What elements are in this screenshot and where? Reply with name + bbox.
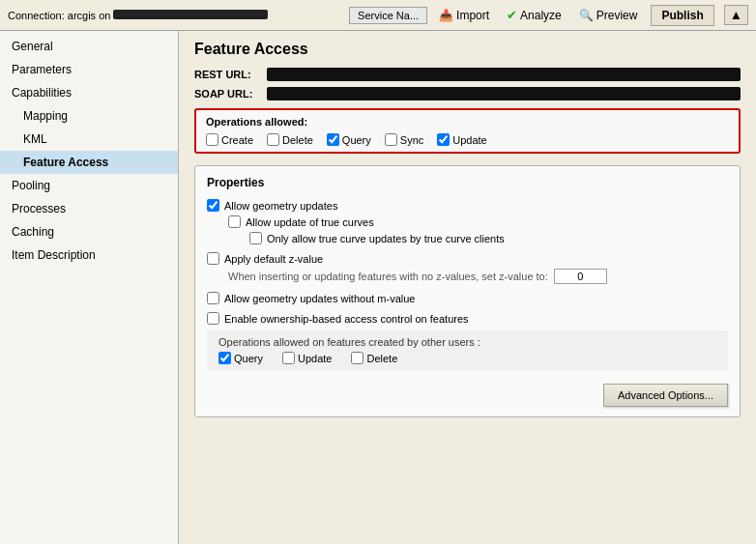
preview-label: Preview [596, 9, 638, 22]
only-true-curve-checkbox[interactable] [249, 232, 262, 244]
sidebar-label-kml: KML [23, 132, 47, 146]
sidebar-item-processes[interactable]: Processes [0, 197, 178, 220]
allow-no-mvalue-label[interactable]: Allow geometry updates without m-value [224, 293, 415, 304]
publish-label: Publish [661, 9, 703, 22]
panel-title: Feature Access [194, 41, 741, 58]
allow-no-mvalue-row: Allow geometry updates without m-value [207, 292, 728, 304]
sub-ops-label: Operations allowed on features created b… [218, 336, 716, 348]
sidebar-item-general[interactable]: General [0, 35, 178, 58]
enable-ownership-label[interactable]: Enable ownership-based access control on… [224, 313, 469, 325]
checkbox-create-input[interactable] [206, 133, 218, 146]
sidebar-label-parameters: Parameters [12, 63, 72, 76]
allow-true-curves-checkbox[interactable] [228, 215, 241, 228]
rest-url-row: REST URL: [194, 68, 741, 81]
m-value-group: Allow geometry updates without m-value [207, 292, 728, 304]
soap-url-value [267, 87, 741, 100]
sidebar-label-mapping: Mapping [23, 109, 68, 123]
sidebar-label-general: General [12, 40, 53, 53]
soap-url-row: SOAP URL: [194, 87, 741, 100]
apply-z-row: Apply default z-value [207, 252, 728, 265]
checkbox-update[interactable]: Update [437, 133, 486, 146]
import-button[interactable]: 📥 Import [435, 7, 493, 24]
sub-checkbox-update[interactable]: Update [282, 352, 332, 364]
allow-geometry-row: Allow geometry updates [207, 199, 728, 212]
z-value-group: Apply default z-value When inserting or … [207, 252, 728, 284]
sidebar-item-feature-access[interactable]: Feature Access [0, 151, 178, 174]
ops-checkboxes: Create Delete Query Sync [206, 133, 729, 146]
allow-no-mvalue-checkbox[interactable] [207, 292, 219, 304]
operations-section: Operations allowed: Create Delete Query [194, 108, 741, 154]
apply-z-label[interactable]: Apply default z-value [224, 253, 323, 265]
main-container: General Parameters Capabilities Mapping … [0, 31, 756, 544]
allow-true-curves-label[interactable]: Allow update of true curves [246, 216, 374, 228]
checkbox-update-label: Update [452, 134, 486, 146]
advanced-options-button[interactable]: Advanced Options... [603, 384, 728, 407]
allow-geometry-label[interactable]: Allow geometry updates [224, 200, 337, 212]
feature-access-panel: Feature Access REST URL: SOAP URL: Opera… [179, 31, 756, 427]
sidebar-label-feature-access: Feature Access [23, 156, 108, 169]
sub-checkbox-delete-input[interactable] [351, 352, 363, 364]
sub-ops-box: Operations allowed on features created b… [207, 330, 728, 370]
apply-z-checkbox[interactable] [207, 252, 219, 265]
sidebar-item-parameters[interactable]: Parameters [0, 58, 178, 81]
checkbox-query[interactable]: Query [327, 133, 371, 146]
connection-redacted [113, 10, 268, 19]
allow-geometry-checkbox[interactable] [207, 199, 219, 212]
sidebar-item-item-description[interactable]: Item Description [0, 243, 178, 267]
checkbox-sync-input[interactable] [385, 133, 397, 146]
sidebar-label-processes: Processes [12, 202, 66, 215]
allow-true-curves-row: Allow update of true curves [207, 215, 728, 228]
sub-checkbox-update-input[interactable] [282, 352, 295, 364]
sidebar: General Parameters Capabilities Mapping … [0, 31, 179, 544]
checkbox-create-label: Create [221, 134, 253, 146]
top-actions: 📥 Import ✔ Analyze 🔍 Preview Publish ▲ [435, 5, 748, 26]
sub-checkbox-query[interactable]: Query [218, 352, 263, 364]
sidebar-label-pooling: Pooling [12, 179, 50, 192]
z-value-input[interactable] [554, 269, 607, 284]
ops-label: Operations allowed: [206, 116, 729, 128]
checkbox-delete-input[interactable] [267, 133, 279, 146]
collapse-button[interactable]: ▲ [724, 5, 748, 25]
checkbox-delete[interactable]: Delete [267, 133, 313, 146]
sidebar-item-pooling[interactable]: Pooling [0, 174, 178, 197]
sidebar-item-kml[interactable]: KML [0, 128, 178, 151]
service-name-box: Service Na... [349, 7, 427, 24]
publish-button[interactable]: Publish [651, 5, 713, 26]
service-name: Service Na... [358, 10, 419, 21]
sub-ops-checks: Query Update Delete [218, 352, 716, 364]
advanced-btn-label: Advanced Options... [618, 389, 713, 401]
panel-title-text: Feature Access [194, 41, 308, 57]
analyze-button[interactable]: ✔ Analyze [503, 6, 566, 24]
sub-checkbox-delete[interactable]: Delete [351, 352, 397, 364]
import-icon: 📥 [439, 9, 453, 22]
checkbox-query-input[interactable] [327, 133, 339, 146]
sub-checkbox-delete-label: Delete [366, 353, 397, 364]
top-bar: Connection: arcgis on Service Na... 📥 Im… [0, 0, 756, 31]
checkbox-create[interactable]: Create [206, 133, 253, 146]
sidebar-item-mapping[interactable]: Mapping [0, 104, 178, 128]
checkbox-update-input[interactable] [437, 133, 450, 146]
checkbox-sync-label: Sync [400, 134, 423, 146]
rest-url-value [267, 68, 741, 81]
enable-ownership-checkbox[interactable] [207, 312, 219, 325]
checkbox-delete-label: Delete [282, 134, 313, 146]
properties-section: Properties Allow geometry updates Allow … [194, 165, 741, 417]
z-value-text: When inserting or updating features with… [228, 271, 548, 282]
checkbox-sync[interactable]: Sync [385, 133, 423, 146]
soap-url-label: SOAP URL: [194, 88, 267, 100]
advanced-btn-row: Advanced Options... [207, 384, 728, 407]
content-area: Feature Access REST URL: SOAP URL: Opera… [179, 31, 756, 544]
enable-ownership-row: Enable ownership-based access control on… [207, 312, 728, 325]
only-true-curve-label[interactable]: Only allow true curve updates by true cu… [267, 233, 505, 244]
sidebar-label-capabilities: Capabilities [12, 86, 72, 100]
only-true-curve-row: Only allow true curve updates by true cu… [207, 232, 728, 244]
preview-button[interactable]: 🔍 Preview [575, 7, 642, 24]
sub-checkbox-query-input[interactable] [218, 352, 231, 364]
checkbox-query-label: Query [342, 134, 371, 146]
sub-checkbox-query-label: Query [234, 353, 263, 364]
z-value-row: When inserting or updating features with… [207, 269, 728, 284]
sidebar-item-caching[interactable]: Caching [0, 220, 178, 243]
properties-title: Properties [207, 176, 728, 189]
sidebar-item-capabilities[interactable]: Capabilities [0, 81, 178, 104]
import-label: Import [456, 9, 489, 22]
